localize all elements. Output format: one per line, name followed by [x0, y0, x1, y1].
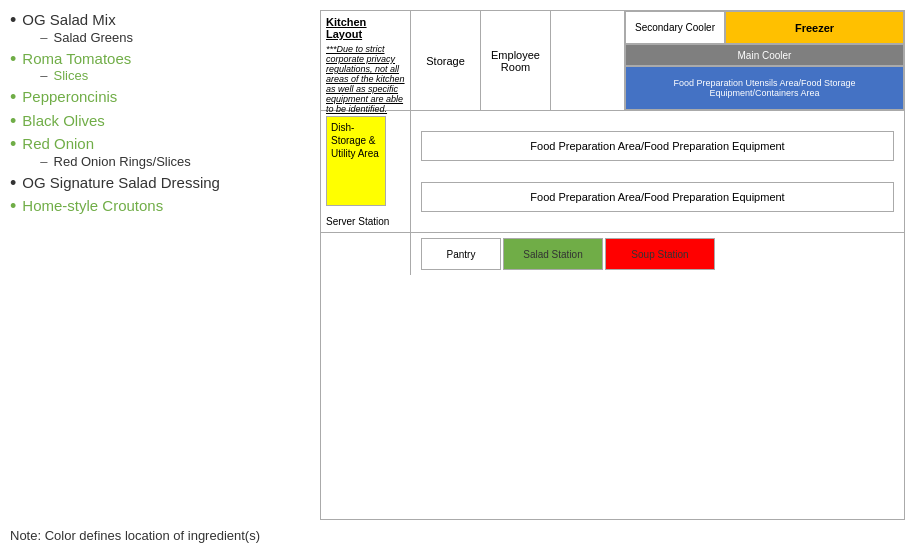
dash-icon: –: [40, 68, 47, 83]
list-item-og-signature: • OG Signature Salad Dressing: [10, 173, 310, 195]
pantry-box: Pantry: [421, 238, 501, 270]
list-item-red-onion: • Red Onion – Red Onion Rings/Slices: [10, 134, 310, 171]
employee-room-box: Employee Room: [481, 11, 551, 110]
list-item-pepperoncinis: • Pepperoncinis: [10, 87, 310, 109]
item-label: OG Signature Salad Dressing: [22, 173, 220, 193]
list-item-black-olives: • Black Olives: [10, 111, 310, 133]
middle-main: Food Preparation Area/Food Preparation E…: [411, 111, 904, 232]
item-label: Black Olives: [22, 111, 105, 131]
sub-item-label: Slices: [54, 68, 89, 83]
right-top-section: Secondary Cooler Freezer Main Cooler Foo…: [624, 11, 904, 110]
salad-station-box: Salad Station: [503, 238, 603, 270]
sub-item-label: Red Onion Rings/Slices: [54, 154, 191, 169]
bullet-icon: •: [10, 196, 16, 218]
soup-station-box: Soup Station: [605, 238, 715, 270]
dash-icon: –: [40, 30, 47, 45]
sub-list-item: – Slices: [40, 68, 131, 83]
left-col: Dish-Storage & Utility Area Server Stati…: [321, 111, 411, 232]
bullet-icon: •: [10, 111, 16, 133]
top-row: Kitchen Layout ***Due to strict corporat…: [321, 11, 904, 111]
bullet-icon: •: [10, 49, 16, 71]
item-label: Home-style Croutons: [22, 196, 163, 216]
sub-list-item: – Salad Greens: [40, 30, 133, 45]
list-item-roma-tomatoes: • Roma Tomatoes – Slices: [10, 49, 310, 86]
item-label: Pepperoncinis: [22, 87, 117, 107]
food-prep-area-1-label: Food Preparation Area/Food Preparation E…: [530, 140, 784, 152]
bullet-icon: •: [10, 173, 16, 195]
bottom-left-space: [321, 233, 411, 275]
dish-storage-box: Dish-Storage & Utility Area: [326, 116, 386, 206]
secondary-freezer-row: Secondary Cooler Freezer: [625, 11, 904, 44]
ingredient-panel: • OG Salad Mix – Salad Greens • Roma Tom…: [10, 10, 320, 520]
privacy-note: ***Due to strict corporate privacy regul…: [326, 44, 405, 114]
bullet-icon: •: [10, 134, 16, 156]
item-label: OG Salad Mix: [22, 11, 115, 28]
list-item-croutons: • Home-style Croutons: [10, 196, 310, 218]
kitchen-title: Kitchen Layout: [326, 16, 405, 40]
food-prep-area-2: Food Preparation Area/Food Preparation E…: [421, 182, 894, 212]
secondary-cooler-label: Secondary Cooler: [635, 22, 715, 33]
bullet-icon: •: [10, 10, 16, 32]
dash-icon: –: [40, 154, 47, 169]
middle-area: Dish-Storage & Utility Area Server Stati…: [321, 111, 904, 233]
freezer-box: Freezer: [725, 11, 904, 44]
extra-space: [717, 238, 894, 270]
main-cooler-box: Main Cooler: [625, 44, 904, 66]
sub-item-label: Salad Greens: [54, 30, 134, 45]
kitchen-layout: Kitchen Layout ***Due to strict corporat…: [321, 11, 904, 519]
kitchen-label: Kitchen Layout ***Due to strict corporat…: [321, 11, 411, 110]
food-prep-area-1: Food Preparation Area/Food Preparation E…: [421, 131, 894, 161]
item-label: Red Onion: [22, 135, 94, 152]
pantry-label: Pantry: [447, 249, 476, 260]
list-item-og-salad-mix: • OG Salad Mix – Salad Greens: [10, 10, 310, 47]
note-text: Note: Color defines location of ingredie…: [10, 528, 260, 543]
ingredient-list: • OG Salad Mix – Salad Greens • Roma Tom…: [10, 10, 310, 218]
employee-room-label: Employee Room: [484, 49, 547, 73]
sub-list-item: – Red Onion Rings/Slices: [40, 154, 191, 169]
salad-station-label: Salad Station: [523, 249, 583, 260]
bottom-stations: Pantry Salad Station Soup Station: [411, 233, 904, 275]
food-prep-utensils-box: Food Preparation Utensils Area/Food Stor…: [625, 66, 904, 110]
storage-label: Storage: [426, 55, 465, 67]
server-station-box: Server Station: [321, 211, 410, 232]
freezer-label: Freezer: [795, 22, 834, 34]
soup-station-label: Soup Station: [631, 249, 688, 260]
main-cooler-label: Main Cooler: [738, 50, 792, 61]
spacer: [551, 11, 624, 110]
server-station-label: Server Station: [326, 216, 389, 227]
bottom-row: Pantry Salad Station Soup Station: [321, 233, 904, 275]
food-prep-utensils-label: Food Preparation Utensils Area/Food Stor…: [628, 78, 901, 98]
kitchen-layout-panel: Kitchen Layout ***Due to strict corporat…: [320, 10, 905, 520]
secondary-cooler-box: Secondary Cooler: [625, 11, 725, 44]
storage-box: Storage: [411, 11, 481, 110]
note-section: Note: Color defines location of ingredie…: [0, 520, 915, 551]
item-label: Roma Tomatoes: [22, 50, 131, 67]
dish-storage-label: Dish-Storage & Utility Area: [331, 122, 379, 159]
bullet-icon: •: [10, 87, 16, 109]
food-prep-area-2-label: Food Preparation Area/Food Preparation E…: [530, 191, 784, 203]
